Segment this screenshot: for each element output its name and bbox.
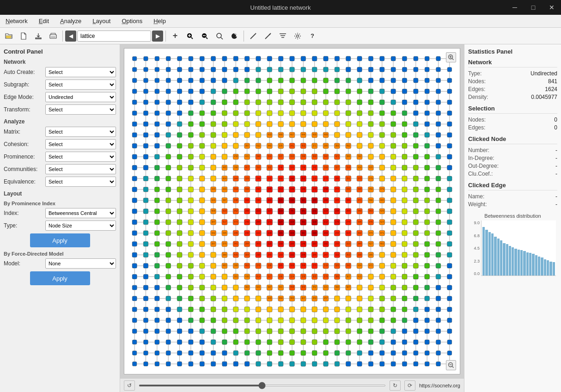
canvas-zoom-in-button[interactable] xyxy=(446,52,456,62)
nav-forward-button[interactable]: ▶ xyxy=(152,31,163,42)
minimize-button[interactable]: ─ xyxy=(506,0,524,15)
chart-bar xyxy=(497,239,500,276)
sync-button[interactable]: ⟳ xyxy=(404,380,415,391)
chart-bar xyxy=(523,251,525,276)
chart-bar xyxy=(494,237,496,276)
cn-number-value: - xyxy=(555,147,557,153)
layout-section-title: Layout xyxy=(4,190,116,197)
title-bar: Untitled lattice network ─ □ ✕ xyxy=(0,0,561,15)
edge-mode-select[interactable]: Undirected Directed xyxy=(45,92,116,102)
matrix-select[interactable]: Select xyxy=(45,127,116,137)
sel-nodes-value: 0 xyxy=(554,116,557,123)
menu-analyze[interactable]: Analyze xyxy=(55,16,87,26)
arrow-icon xyxy=(264,32,272,40)
force-apply-button[interactable]: Apply xyxy=(30,271,90,285)
menu-options[interactable]: Options xyxy=(116,16,148,26)
canvas-zoom-out-button[interactable] xyxy=(446,360,456,370)
communities-select[interactable]: Select xyxy=(45,164,116,174)
chart-bar xyxy=(506,244,508,276)
ce-weight-value: - xyxy=(555,201,557,208)
close-button[interactable]: ✕ xyxy=(543,0,561,15)
chart-title: Betweenness distribution xyxy=(468,213,557,219)
svg-line-5 xyxy=(191,37,193,39)
chart-bar xyxy=(485,230,488,276)
draw-line-button[interactable] xyxy=(246,30,260,43)
arrow-button[interactable] xyxy=(261,30,275,43)
chart-bar xyxy=(526,252,529,276)
type-select[interactable]: Node Size Node Color xyxy=(45,220,116,231)
stats-edges-row: Edges: 1624 xyxy=(468,86,557,92)
cn-outdegree-label: Out-Degree: xyxy=(468,163,499,169)
settings-icon xyxy=(294,32,301,40)
transform-row: Transform: Select xyxy=(4,104,116,115)
cohesion-label: Cohesion: xyxy=(4,141,45,147)
index-select[interactable]: Betweenness Central Degree Closeness xyxy=(45,208,116,218)
zoom-slider[interactable] xyxy=(139,385,386,386)
app-title: Untitled lattice network xyxy=(250,4,311,11)
maximize-button[interactable]: □ xyxy=(524,0,543,15)
cn-outdegree-value: - xyxy=(555,163,557,169)
magnify-minus-icon xyxy=(448,362,454,368)
edge-mode-row: Edge Mode: Undirected Directed xyxy=(4,92,116,102)
model-select[interactable]: None Fruchterman-Reingold Kamada-Kawai xyxy=(45,258,116,269)
chart-area: 9.06.84.52.30.0 xyxy=(468,220,556,276)
search-button[interactable] xyxy=(213,30,226,43)
zoom-in-button[interactable] xyxy=(183,30,197,43)
sel-edges-row: Edges: 0 xyxy=(468,124,557,131)
network-search-input[interactable] xyxy=(77,31,151,42)
cn-clucoef-label: Clu.Coef.: xyxy=(468,171,493,177)
line-icon xyxy=(250,32,257,40)
help-button[interactable]: ? xyxy=(305,30,319,43)
chart-bar xyxy=(538,257,540,276)
stats-nodes-row: Nodes: 841 xyxy=(468,78,557,85)
svg-line-26 xyxy=(452,367,454,368)
canvas-area[interactable] xyxy=(124,48,460,374)
subgraph-row: Subgraph: Select xyxy=(4,80,116,90)
equivalence-select[interactable]: Select xyxy=(45,177,116,187)
cohesion-select[interactable]: Select xyxy=(45,139,116,149)
menu-edit[interactable]: Edit xyxy=(33,16,55,26)
lattice-network-canvas[interactable] xyxy=(124,49,460,374)
subgraph-select[interactable]: Select xyxy=(45,80,116,90)
zoom-out-button[interactable] xyxy=(198,30,212,43)
clicked-edge-title: Clicked Edge xyxy=(468,182,557,190)
chart-bar xyxy=(520,250,523,276)
file-icon xyxy=(20,32,27,40)
prominence-select[interactable]: Select xyxy=(45,152,116,162)
chart-bar xyxy=(529,253,531,276)
chart-bar xyxy=(488,232,491,276)
menu-network[interactable]: Network xyxy=(0,16,33,26)
auto-create-select[interactable]: Select xyxy=(45,67,116,77)
cn-indegree-value: - xyxy=(555,155,557,161)
stats-nodes-value: 841 xyxy=(548,78,557,85)
rotate-button[interactable] xyxy=(227,30,241,43)
nav-back-button[interactable]: ◀ xyxy=(65,31,76,42)
add-node-button[interactable]: + xyxy=(168,30,182,43)
edge-mode-label: Edge Mode: xyxy=(4,94,45,100)
chart-bar xyxy=(549,262,552,276)
prominence-apply-button[interactable]: Apply xyxy=(30,233,90,247)
redo-button[interactable]: ↻ xyxy=(390,380,401,391)
new-file-button[interactable] xyxy=(17,30,30,43)
cn-outdegree-row: Out-Degree: - xyxy=(468,163,557,169)
menu-help[interactable]: Help xyxy=(148,16,171,26)
stats-type-row: Type: Undirected xyxy=(468,70,557,77)
sel-edges-value: 0 xyxy=(554,124,557,131)
filter-button[interactable] xyxy=(276,30,290,43)
open-file-button[interactable] xyxy=(2,30,16,43)
chart-bar xyxy=(503,243,505,276)
reset-view-button[interactable]: ↺ xyxy=(124,380,135,391)
control-panel-title: Control Panel xyxy=(4,48,116,55)
download-button[interactable] xyxy=(31,30,45,43)
zoom-out-icon xyxy=(201,32,208,40)
settings-button[interactable] xyxy=(291,30,305,43)
type-label: Type: xyxy=(4,222,45,229)
print-button[interactable] xyxy=(46,30,60,43)
matrix-label: Matrix: xyxy=(4,129,45,135)
stats-density-label: Density: xyxy=(468,94,488,100)
transform-select[interactable]: Select xyxy=(45,104,116,115)
chart-bar xyxy=(547,260,549,276)
chart-bar xyxy=(535,255,537,276)
menu-layout[interactable]: Layout xyxy=(87,16,116,26)
svg-rect-0 xyxy=(50,35,56,38)
